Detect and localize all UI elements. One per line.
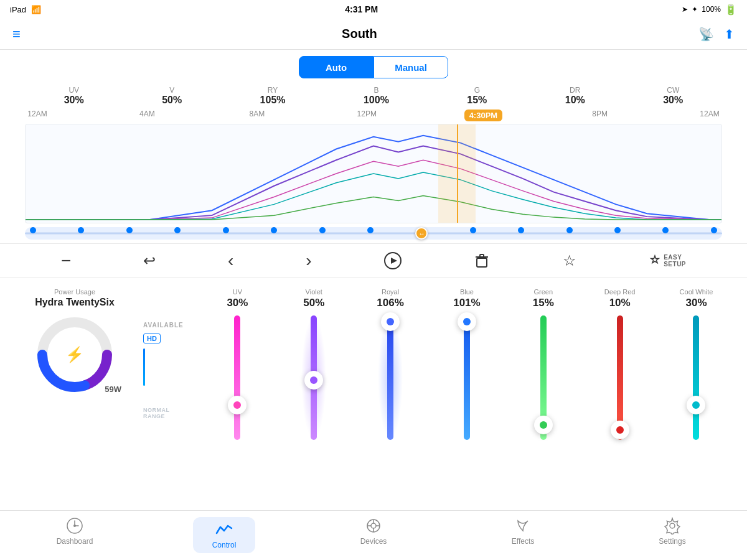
svg-point-12 bbox=[371, 523, 376, 528]
power-watts: 59W bbox=[105, 385, 121, 394]
channel-b: B 100% bbox=[364, 86, 389, 106]
nav-actions: 📡 ⬆ bbox=[698, 27, 735, 42]
time-indicator bbox=[457, 124, 458, 223]
time-display: 4:31 PM bbox=[345, 4, 378, 14]
dashboard-icon bbox=[66, 517, 83, 534]
channel-dr: DR 10% bbox=[565, 86, 585, 106]
power-device: Hydra TwentySix bbox=[35, 297, 115, 308]
range-bar bbox=[143, 348, 145, 386]
tab-control-label: Control bbox=[212, 541, 237, 549]
tab-control[interactable]: Control bbox=[193, 517, 255, 553]
delete-button[interactable] bbox=[473, 252, 491, 269]
channel-v: V 50% bbox=[162, 86, 182, 106]
time-12am-start: 12AM bbox=[25, 110, 50, 121]
uv-track[interactable] bbox=[233, 315, 242, 440]
slider-violet: Violet 50% bbox=[286, 288, 342, 440]
tab-settings[interactable]: Settings bbox=[641, 517, 703, 546]
tab-devices-label: Devices bbox=[360, 537, 387, 546]
time-12am-end: 12AM bbox=[697, 110, 722, 121]
hd-badge: HD bbox=[143, 334, 161, 343]
play-button[interactable] bbox=[384, 252, 402, 269]
slider-coolwhite: Cool White 30% bbox=[668, 288, 724, 440]
svg-marker-1 bbox=[391, 258, 397, 264]
sliders-section: UV 30% Violet 50% Roya bbox=[199, 288, 735, 440]
slider-deepred: Deep Red 10% bbox=[592, 288, 648, 440]
controls-panel: Power Usage Hydra TwentySix ⚡ 59W AVAILA… bbox=[0, 278, 747, 450]
tab-settings-label: Settings bbox=[659, 537, 685, 546]
scrubber[interactable]: ↔ bbox=[25, 227, 722, 240]
bolt-icon: ⚡ bbox=[65, 346, 84, 363]
auto-button[interactable]: Auto bbox=[299, 56, 374, 78]
settings-icon bbox=[664, 517, 681, 534]
power-label: Power Usage bbox=[54, 288, 95, 296]
svg-rect-4 bbox=[480, 254, 484, 257]
share-icon[interactable]: ⬆ bbox=[724, 27, 735, 42]
time-12pm: 12PM bbox=[354, 110, 379, 121]
time-8pm: 8PM bbox=[588, 110, 613, 121]
undo-button[interactable]: ↩ bbox=[143, 252, 156, 269]
devices-icon bbox=[365, 517, 382, 534]
time-current: 4:30PM bbox=[464, 110, 503, 121]
battery-label: 100% bbox=[702, 5, 721, 14]
time-8am: 8AM bbox=[245, 110, 270, 121]
tab-dashboard[interactable]: Dashboard bbox=[44, 517, 106, 546]
menu-icon[interactable]: ≡ bbox=[12, 26, 21, 42]
manual-button[interactable]: Manual bbox=[374, 56, 448, 78]
page-title: South bbox=[342, 27, 377, 41]
time-axis: 12AM 4AM 8AM 12PM 4:30PM 8PM 12AM bbox=[0, 107, 747, 124]
minus-button[interactable]: − bbox=[61, 251, 71, 271]
toolbar: − ↩ ‹ › ☆ EASYSETUP bbox=[0, 243, 747, 278]
donut-chart: ⚡ 59W bbox=[34, 314, 115, 395]
nav-bar: ≡ South 📡 ⬆ bbox=[0, 19, 747, 50]
channel-headers: UV 30% V 50% RY 105% B 100% G 15% DR 10%… bbox=[0, 82, 747, 107]
slider-uv: UV 30% bbox=[209, 288, 265, 440]
location-icon: ➤ bbox=[682, 5, 688, 14]
channel-g: G 15% bbox=[467, 86, 487, 106]
deepred-track[interactable] bbox=[616, 315, 624, 440]
effects-icon bbox=[514, 517, 532, 534]
status-right: ➤ ✦ 100% 🔋 bbox=[682, 4, 737, 16]
easy-setup-button[interactable]: EASYSETUP bbox=[649, 254, 686, 268]
channel-cw: CW 30% bbox=[663, 86, 683, 106]
donut-center: ⚡ bbox=[65, 346, 84, 363]
svg-rect-2 bbox=[477, 258, 487, 267]
blue-track[interactable] bbox=[463, 315, 471, 440]
channel-ry: RY 105% bbox=[260, 86, 286, 106]
tab-effects[interactable]: Effects bbox=[492, 517, 554, 546]
slider-blue: Blue 101% bbox=[439, 288, 495, 440]
tab-devices[interactable]: Devices bbox=[342, 517, 405, 546]
chart-svg bbox=[26, 124, 721, 223]
violet-track[interactable] bbox=[298, 315, 329, 440]
green-track[interactable] bbox=[539, 315, 548, 440]
device-label: iPad bbox=[10, 5, 26, 14]
bluetooth-icon: ✦ bbox=[692, 5, 698, 14]
status-left: iPad 📶 bbox=[10, 5, 41, 14]
star-button[interactable]: ☆ bbox=[563, 252, 576, 269]
wifi-action-icon[interactable]: 📡 bbox=[698, 27, 714, 42]
power-section: Power Usage Hydra TwentySix ⚡ 59W bbox=[12, 288, 137, 440]
status-bar: iPad 📶 4:31 PM ➤ ✦ 100% 🔋 bbox=[0, 0, 747, 19]
slider-green: Green 15% bbox=[515, 288, 571, 440]
chart-area[interactable] bbox=[25, 124, 722, 223]
svg-point-17 bbox=[670, 523, 675, 528]
toggle-container: Auto Manual bbox=[0, 50, 747, 82]
scrubber-dots: ↔ bbox=[25, 227, 722, 240]
prev-button[interactable]: ‹ bbox=[228, 251, 233, 271]
wifi-icon: 📶 bbox=[31, 5, 41, 14]
tab-bar: Dashboard Control Devices Effects Settin… bbox=[0, 510, 747, 560]
battery-icon: 🔋 bbox=[725, 4, 737, 16]
channel-uv: UV 30% bbox=[64, 86, 84, 106]
time-4am: 4AM bbox=[134, 110, 159, 121]
coolwhite-track[interactable] bbox=[692, 315, 700, 440]
available-label: AVAILABLE bbox=[143, 322, 184, 329]
normal-range-label: NORMAL RANGE bbox=[143, 407, 193, 419]
next-button[interactable]: › bbox=[306, 251, 311, 271]
svg-point-10 bbox=[73, 525, 76, 527]
slider-royal: Royal 106% bbox=[362, 288, 418, 440]
tab-effects-label: Effects bbox=[512, 537, 534, 546]
tab-dashboard-label: Dashboard bbox=[57, 537, 93, 546]
control-icon bbox=[215, 521, 233, 538]
hd-section: AVAILABLE HD NORMAL RANGE bbox=[137, 288, 199, 440]
royal-track[interactable] bbox=[375, 315, 406, 440]
